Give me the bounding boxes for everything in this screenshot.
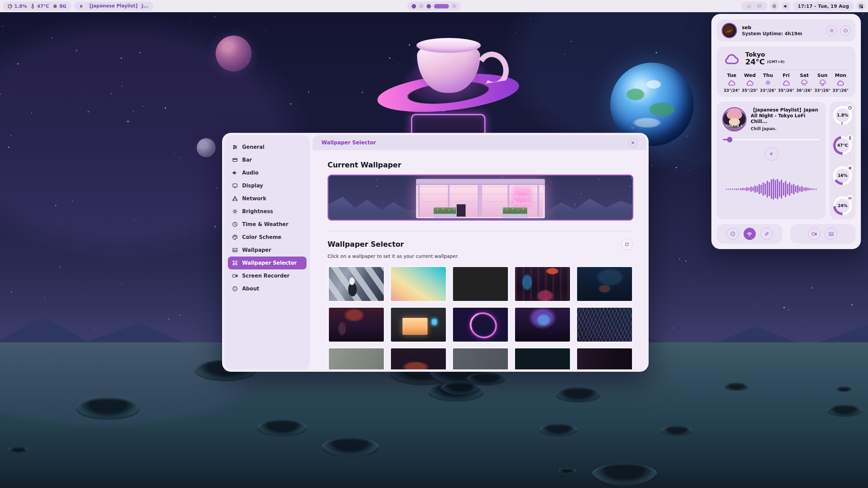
seek-thumb[interactable] (727, 137, 732, 142)
forecast-day: Sun 33°/26° (814, 73, 831, 93)
clock-icon (232, 221, 238, 227)
wallpaper-thumbnail[interactable] (328, 347, 385, 369)
pause-button[interactable] (765, 147, 778, 161)
notifications-button[interactable] (770, 2, 779, 11)
wallpaper-thumbnail[interactable] (452, 347, 509, 369)
forecast-day-name: Tue (727, 73, 736, 78)
wallpaper-thumbnail[interactable] (328, 306, 385, 343)
wallpaper-thumbnail[interactable] (390, 306, 447, 343)
wallpaper-thumbnail[interactable] (328, 266, 385, 302)
scales-icon (747, 231, 752, 237)
sidebar-item-screen-recorder[interactable]: Screen Recorder (228, 269, 307, 282)
refresh-icon (624, 242, 630, 247)
workspace-dot-3[interactable] (427, 4, 431, 8)
forecast-row: Tue 33°/24° Wed 35°/25° Thu 33°/26° Fri … (723, 73, 849, 93)
weather-card: Tokyo 24°C (GMT+9) Tue 33°/24° Wed 35°/2… (717, 46, 855, 97)
workspace-dot-1[interactable] (412, 4, 416, 8)
sidebar-label: General (242, 144, 264, 150)
performance-profile-button[interactable] (727, 228, 739, 240)
tray-app-icon-1[interactable] (746, 4, 752, 8)
music-player-card: TOKYO L 【Japanese Playlist】Japan All Nig… (717, 102, 826, 219)
clock[interactable]: 17:17 - Tue, 19 Aug (793, 2, 854, 11)
sidebar-label: About (242, 286, 259, 292)
track-title: 【Japanese Playlist】Japan All Night - Tok… (751, 107, 820, 124)
workspace-dot-4[interactable] (434, 4, 449, 8)
forecast-temps: 33°/26° (814, 88, 831, 93)
workspace-dot-5[interactable] (452, 4, 456, 8)
wallpaper-selector-subtitle: Click on a wallpaper to set it as your c… (328, 253, 633, 259)
temp-stat: 47°C (30, 3, 49, 9)
sidebar-item-wallpaper[interactable]: Wallpaper (228, 244, 307, 257)
media-pill[interactable]: 【Japanese Playlist】 J... (74, 2, 153, 11)
wallpaper-grid (328, 266, 633, 369)
pause-icon (769, 151, 774, 156)
balanced-profile-button[interactable] (744, 228, 756, 240)
weather-temp: 24°C (745, 58, 765, 66)
forecast-day: Mon 33°/26° (832, 73, 849, 93)
wallpaper-thumbnail[interactable] (576, 266, 633, 302)
drive-icon (846, 195, 853, 202)
avatar (722, 23, 737, 38)
cpu-stat: 1.8% (7, 3, 27, 9)
user-card: seb System Uptime: 4h19m (717, 19, 855, 42)
power-button[interactable] (840, 25, 851, 36)
brightness-icon (232, 208, 238, 215)
settings-button[interactable] (826, 25, 837, 36)
cpu-gauge: 1.8% (833, 106, 852, 125)
settings-content-header: Wallpaper Selector ✕ (313, 135, 646, 150)
system-tray (742, 2, 767, 11)
cloud-icon (836, 80, 845, 86)
sidebar-item-general[interactable]: General (228, 141, 307, 154)
refresh-button[interactable] (621, 239, 633, 250)
image-icon (232, 247, 238, 253)
wallpaper-thumbnail[interactable] (390, 347, 447, 369)
sidebar-item-network[interactable]: Network (228, 192, 307, 205)
purple-planet (216, 36, 252, 72)
top-bar: 1.8% 47°C 8G 【Japanese Playlist】 J... (0, 0, 868, 12)
wallpaper-thumbnail[interactable] (576, 306, 633, 343)
screen-record-button[interactable] (808, 228, 820, 240)
preview-shop-door (479, 185, 482, 217)
album-art-text: TOKYO L (723, 124, 746, 128)
sidebar-item-audio[interactable]: Audio (228, 166, 307, 179)
forecast-day-name: Sat (800, 73, 809, 78)
tray-app-icon-2[interactable] (756, 4, 763, 8)
seek-slider[interactable] (723, 137, 820, 142)
wallpaper-thumbnail[interactable] (452, 266, 509, 302)
sidebar-item-brightness[interactable]: Brightness (228, 205, 307, 218)
wallpaper-thumbnail[interactable] (514, 306, 571, 343)
sidebar-item-about[interactable]: About (228, 282, 307, 295)
temp-value: 47°C (37, 3, 49, 9)
wallpaper-thumbnail[interactable] (452, 306, 509, 343)
temperature-gauge: 47°C (833, 136, 852, 155)
current-wallpaper-heading: Current Wallpaper (328, 161, 633, 169)
sliders-icon (232, 144, 238, 150)
speedometer-icon (7, 4, 13, 9)
sidebar-item-color-scheme[interactable]: Color Scheme (228, 231, 307, 244)
wallpaper-thumbnail[interactable] (514, 266, 571, 302)
sidebar-item-time-weather[interactable]: Time & Weather (228, 218, 307, 231)
chip-icon (53, 4, 58, 9)
sidebar-item-bar[interactable]: Bar (228, 154, 307, 166)
dashboard-panel: seb System Uptime: 4h19m Tokyo 24°C (GM (711, 14, 861, 249)
workspace-dot-2[interactable] (419, 4, 423, 8)
saturn-coffee-cup (379, 40, 517, 121)
preview-chalkboard (456, 204, 466, 217)
forecast-day-name: Thu (763, 73, 773, 78)
sidebar-item-display[interactable]: Display (228, 179, 307, 192)
wallpaper-thumbnail[interactable] (514, 347, 571, 369)
current-wallpaper-preview: Fresh Moon Beans (328, 175, 633, 221)
sidebar-item-wallpaper-selector[interactable]: Wallpaper Selector (228, 257, 307, 269)
dashboard-toggle-button[interactable] (856, 2, 865, 11)
power-saver-profile-button[interactable] (761, 228, 773, 240)
forecast-day: Thu 33°/26° (759, 73, 777, 93)
screenshot-button[interactable] (825, 228, 837, 240)
wallpaper-thumbnail[interactable] (390, 266, 447, 302)
wallpaper-thumbnail[interactable] (576, 347, 633, 369)
volume-button[interactable] (782, 2, 790, 11)
weather-city: Tokyo (745, 51, 785, 58)
forecast-day: Fri 35°/26° (777, 73, 795, 93)
close-button[interactable]: ✕ (628, 138, 637, 147)
forecast-day-name: Mon (835, 73, 846, 78)
user-name: seb (742, 25, 802, 30)
